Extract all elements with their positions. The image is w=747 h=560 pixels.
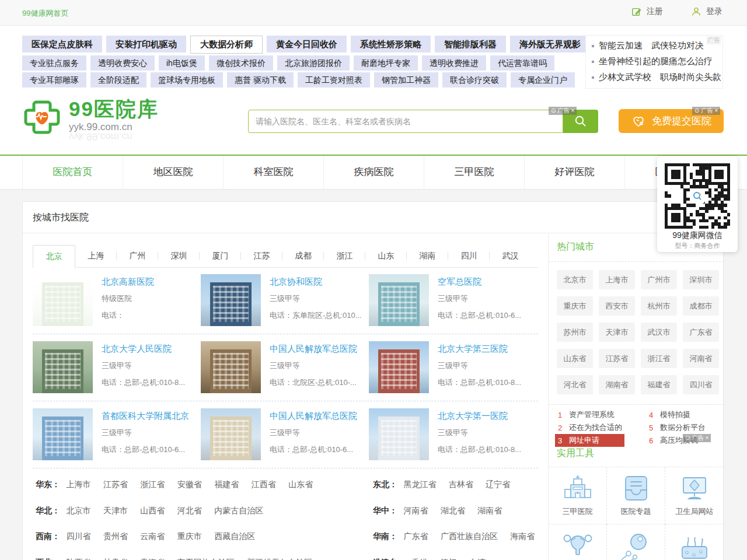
- city-tab-xiamen[interactable]: 厦门: [200, 245, 241, 267]
- hot-city-button[interactable]: 苏州市: [557, 323, 593, 342]
- ad-link[interactable]: 微创技术报价: [209, 55, 273, 71]
- ad-link[interactable]: 工龄工资对照表: [298, 72, 370, 88]
- province-link[interactable]: 海南省: [510, 531, 535, 541]
- province-link[interactable]: 黑龙江省: [403, 480, 436, 489]
- tool-fertility[interactable]: [607, 524, 665, 560]
- province-link[interactable]: 河南省: [403, 506, 428, 515]
- province-link[interactable]: 河北省: [177, 506, 202, 515]
- ad-link[interactable]: 代运营靠谱吗: [490, 55, 554, 71]
- ad-badge-close-icon[interactable]: ×: [705, 434, 708, 442]
- hospital-photo[interactable]: [369, 341, 429, 393]
- city-tab-hunan[interactable]: 湖南: [407, 245, 448, 267]
- hot-city-button[interactable]: 四川省: [683, 375, 719, 394]
- tool-grade3a-hospital[interactable]: 三甲医院: [549, 467, 607, 524]
- login-button[interactable]: 登录: [691, 6, 722, 17]
- ad-link[interactable]: 耐磨地坪专家: [354, 55, 418, 71]
- tool-dermatology[interactable]: [665, 524, 724, 560]
- ad-link[interactable]: 惠普 驱动下载: [227, 72, 294, 88]
- ad-badge-close-icon[interactable]: ×: [714, 107, 718, 115]
- province-link[interactable]: 福建省: [214, 480, 239, 489]
- register-button[interactable]: 注册: [631, 6, 663, 17]
- province-link[interactable]: 山东省: [288, 480, 313, 489]
- province-link[interactable]: 内蒙古自治区: [214, 506, 263, 515]
- province-link[interactable]: 台湾: [469, 558, 486, 560]
- province-link[interactable]: 辽宁省: [486, 480, 510, 489]
- hospital-name-link[interactable]: 北京大学第一医院: [438, 411, 521, 422]
- city-tab-sichuan[interactable]: 四川: [448, 245, 490, 267]
- province-link[interactable]: 重庆市: [177, 531, 202, 541]
- province-link[interactable]: 北京市: [66, 506, 90, 515]
- ranked-ad[interactable]: 4 模特拍摄: [649, 408, 724, 421]
- city-tab-chengdu[interactable]: 成都: [282, 245, 324, 267]
- ad-link[interactable]: 医保定点皮肤科: [22, 36, 102, 52]
- ad-link[interactable]: 篮球场专用地板: [151, 72, 223, 88]
- city-tab-guangzhou[interactable]: 广州: [117, 245, 158, 267]
- province-link[interactable]: 宁夏回族自治区: [177, 558, 235, 560]
- ranked-ad[interactable]: 5 数据分析平台: [649, 421, 724, 434]
- tool-health-bureau-site[interactable]: 卫生局网站: [665, 467, 724, 524]
- province-link[interactable]: 陕西省: [66, 558, 90, 560]
- city-tab-shandong[interactable]: 山东: [365, 245, 407, 267]
- province-link[interactable]: 新疆维吾尔自治区: [247, 558, 312, 560]
- hospital-photo[interactable]: [33, 274, 93, 326]
- province-link[interactable]: 山西省: [140, 506, 165, 515]
- city-tab-wuhan[interactable]: 武汉: [490, 245, 531, 267]
- hot-city-button[interactable]: 武汉市: [641, 323, 677, 342]
- ad-link[interactable]: 透明收费安心: [90, 55, 155, 71]
- province-link[interactable]: 湖南省: [477, 506, 502, 515]
- city-tab-shenzhen[interactable]: 深圳: [158, 245, 200, 267]
- hospital-name-link[interactable]: 北京大学第三医院: [438, 344, 521, 355]
- hot-city-button[interactable]: 成都市: [683, 296, 719, 316]
- hot-city-button[interactable]: 浙江省: [641, 349, 677, 368]
- hot-city-button[interactable]: 湖南省: [599, 375, 635, 394]
- ad-link[interactable]: 透明收费推进: [422, 55, 486, 71]
- nav-item-hospital-home[interactable]: 医院首页: [22, 156, 123, 189]
- ad-link[interactable]: 黄金今日回收价: [267, 36, 347, 52]
- hot-city-button[interactable]: 天津市: [599, 323, 635, 342]
- hospital-name-link[interactable]: 北京协和医院: [270, 276, 361, 288]
- city-tab-jiangsu[interactable]: 江苏: [241, 245, 282, 267]
- nav-item-grade3a-hospitals[interactable]: 三甲医院: [424, 156, 525, 189]
- province-link[interactable]: 香港: [411, 558, 428, 560]
- hot-city-button[interactable]: 山东省: [557, 349, 593, 368]
- ad-link[interactable]: 海外版无界观影: [510, 36, 590, 52]
- hot-city-button[interactable]: 江苏省: [599, 349, 635, 368]
- province-link[interactable]: 澳门: [441, 558, 457, 560]
- ad-link[interactable]: 专业驻点服务: [22, 55, 86, 71]
- nav-item-department-hospitals[interactable]: 科室医院: [224, 156, 324, 189]
- ad-side-link[interactable]: 智能云加速 武侠轻功对决: [592, 40, 722, 51]
- ad-link[interactable]: 全阶段适配: [90, 72, 146, 88]
- hospital-photo[interactable]: [201, 408, 261, 460]
- province-link[interactable]: 云南省: [140, 531, 165, 541]
- hospital-name-link[interactable]: 中国人民解放军总医院: [270, 344, 357, 355]
- ranked-ad[interactable]: 2 还在为找合适的: [558, 421, 649, 434]
- hot-city-button[interactable]: 西安市: [599, 296, 635, 316]
- hospital-photo[interactable]: [369, 408, 429, 460]
- ad-link[interactable]: 安装打印机驱动: [106, 36, 186, 52]
- hot-city-button[interactable]: 重庆市: [557, 296, 593, 316]
- city-tab-shanghai[interactable]: 上海: [75, 245, 117, 267]
- province-link[interactable]: 广东省: [403, 531, 428, 541]
- hot-city-button[interactable]: 广东省: [683, 323, 719, 342]
- province-link[interactable]: 四川省: [66, 531, 90, 541]
- tool-gynecology[interactable]: [549, 524, 607, 560]
- city-tab-beijing[interactable]: 北京: [33, 245, 75, 268]
- hospital-photo[interactable]: [201, 341, 261, 393]
- ad-link[interactable]: 北京旅游团报价: [277, 55, 350, 71]
- ad-link[interactable]: 专业耳部雕琢: [22, 72, 86, 88]
- province-link[interactable]: 西藏自治区: [214, 531, 255, 541]
- province-link[interactable]: 浙江省: [140, 480, 165, 489]
- ranked-ad-highlighted[interactable]: 3 网址申请: [555, 434, 624, 447]
- ad-side-link[interactable]: 少林文武学校 职场时尚尖头款: [592, 72, 722, 83]
- hot-city-button[interactable]: 广州市: [641, 270, 677, 289]
- ad-link[interactable]: ih电饭煲: [159, 55, 205, 71]
- ad-link[interactable]: 智能排版利器: [435, 36, 506, 52]
- hot-city-button[interactable]: 河北省: [557, 375, 593, 394]
- province-link[interactable]: 江苏省: [103, 480, 128, 489]
- home-link[interactable]: 99健康网首页: [22, 8, 68, 19]
- hot-city-button[interactable]: 上海市: [599, 270, 635, 289]
- ad-link[interactable]: 系统性矫形策略: [351, 36, 431, 52]
- province-link[interactable]: 广西壮族自治区: [441, 531, 498, 541]
- province-link[interactable]: 江西省: [252, 480, 276, 489]
- province-link[interactable]: 甘肃省: [103, 558, 128, 560]
